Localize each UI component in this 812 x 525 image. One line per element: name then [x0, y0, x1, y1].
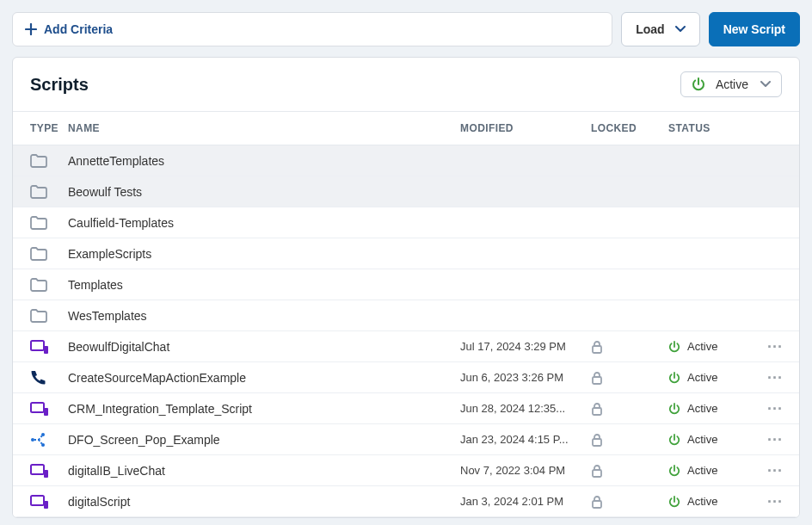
table-row[interactable]: CreateSourceMapActionExampleJun 6, 2023 … — [13, 362, 799, 393]
row-name[interactable]: AnnetteTemplates — [68, 154, 460, 168]
row-name[interactable]: digitalScript — [68, 495, 460, 509]
row-name[interactable]: BeowulfDigitalChat — [68, 340, 460, 354]
row-status: Active — [668, 433, 751, 446]
row-name[interactable]: Caulfield-Templates — [68, 216, 460, 230]
row-status: Active — [668, 402, 751, 415]
screen-mobile-icon — [13, 401, 68, 417]
svg-rect-14 — [31, 496, 44, 505]
col-header-modified[interactable]: MODIFIED — [460, 122, 591, 134]
screen-mobile-icon — [13, 463, 68, 479]
table-row[interactable]: BeowulfDigitalChatJul 17, 2024 3:29 PMAc… — [13, 331, 799, 362]
row-modified: Jun 6, 2023 3:26 PM — [460, 371, 591, 384]
row-name[interactable]: ExampleScripts — [68, 247, 460, 261]
row-status: Active — [668, 371, 751, 384]
status-label: Active — [687, 340, 717, 353]
status-label: Active — [687, 402, 717, 415]
lock-icon — [591, 402, 668, 416]
folder-icon — [13, 185, 68, 199]
power-icon — [692, 77, 705, 91]
power-icon — [668, 403, 680, 415]
row-name[interactable]: WesTemplates — [68, 309, 460, 323]
col-header-type[interactable]: TYPE — [13, 122, 68, 134]
lock-icon — [591, 371, 668, 385]
row-modified: Jun 28, 2024 12:35... — [460, 402, 591, 415]
phone-icon — [13, 370, 68, 386]
svg-rect-4 — [31, 403, 44, 412]
panel-header: Scripts Active — [13, 58, 799, 111]
omni-icon — [13, 432, 68, 448]
scripts-panel: Scripts Active TYPE NAME MODIFIED LOCKED… — [12, 57, 800, 518]
screen-mobile-icon — [13, 339, 68, 355]
row-name[interactable]: Templates — [68, 278, 460, 292]
col-header-status[interactable]: STATUS — [668, 122, 751, 134]
new-script-button[interactable]: New Script — [709, 12, 800, 46]
table-row[interactable]: Beowulf Tests — [13, 176, 799, 207]
status-label: Active — [687, 371, 717, 384]
svg-rect-16 — [593, 501, 601, 508]
chevron-down-icon — [675, 26, 686, 33]
svg-rect-0 — [31, 341, 44, 350]
svg-rect-2 — [593, 346, 601, 353]
svg-rect-5 — [44, 408, 48, 416]
svg-rect-12 — [44, 470, 48, 478]
table-row[interactable]: digitalScriptJan 3, 2024 2:01 PMActive··… — [13, 486, 799, 517]
svg-rect-15 — [44, 501, 48, 509]
load-label: Load — [636, 22, 664, 36]
table-row[interactable]: AnnetteTemplates — [13, 145, 799, 176]
folder-icon — [13, 309, 68, 323]
table-row[interactable]: ExampleScripts — [13, 238, 799, 269]
row-modified: Jul 17, 2024 3:29 PM — [460, 340, 591, 353]
svg-rect-1 — [44, 346, 48, 354]
row-modified: Jan 23, 2024 4:15 P... — [460, 433, 591, 446]
table-row[interactable]: Templates — [13, 269, 799, 300]
add-criteria-label: Add Criteria — [44, 22, 113, 36]
row-status: Active — [668, 464, 751, 477]
top-toolbar: Add Criteria Load New Script — [12, 12, 800, 46]
table-body: AnnetteTemplatesBeowulf TestsCaulfield-T… — [13, 145, 799, 517]
col-header-locked[interactable]: LOCKED — [591, 122, 668, 134]
svg-rect-6 — [593, 408, 601, 415]
status-label: Active — [687, 433, 717, 446]
row-modified: Jan 3, 2024 2:01 PM — [460, 495, 591, 508]
lock-icon — [591, 464, 668, 478]
folder-icon — [13, 154, 68, 168]
row-name[interactable]: digitalIB_LiveChat — [68, 464, 460, 478]
row-name[interactable]: CreateSourceMapActionExample — [68, 371, 460, 385]
power-icon — [668, 372, 680, 384]
svg-rect-3 — [593, 377, 601, 384]
row-name[interactable]: Beowulf Tests — [68, 185, 460, 199]
row-status: Active — [668, 495, 751, 508]
status-filter-dropdown[interactable]: Active — [680, 71, 782, 97]
load-button[interactable]: Load — [621, 12, 699, 46]
new-script-label: New Script — [723, 22, 785, 36]
status-label: Active — [687, 495, 717, 508]
power-icon — [668, 465, 680, 477]
svg-point-7 — [31, 438, 34, 442]
plus-icon — [25, 23, 37, 35]
power-icon — [668, 434, 680, 446]
folder-icon — [13, 216, 68, 230]
table-row[interactable]: digitalIB_LiveChatNov 7, 2022 3:04 PMAct… — [13, 455, 799, 486]
row-name[interactable]: CRM_Integration_Template_Script — [68, 402, 460, 416]
criteria-bar: Add Criteria — [12, 12, 612, 46]
svg-rect-13 — [593, 470, 601, 477]
table-header: TYPE NAME MODIFIED LOCKED STATUS — [13, 111, 799, 145]
lock-icon — [591, 340, 668, 354]
table-row[interactable]: DFO_Screen_Pop_ExampleJan 23, 2024 4:15 … — [13, 424, 799, 455]
table-row[interactable]: Caulfield-Templates — [13, 207, 799, 238]
row-status: Active — [668, 340, 751, 353]
page-title: Scripts — [30, 75, 89, 95]
table-row[interactable]: CRM_Integration_Template_ScriptJun 28, 2… — [13, 393, 799, 424]
table-row[interactable]: WesTemplates — [13, 300, 799, 331]
svg-rect-10 — [593, 439, 601, 446]
folder-icon — [13, 278, 68, 292]
add-criteria-button[interactable]: Add Criteria — [25, 22, 113, 36]
power-icon — [668, 341, 680, 353]
status-label: Active — [687, 464, 717, 477]
power-icon — [668, 496, 680, 508]
row-name[interactable]: DFO_Screen_Pop_Example — [68, 433, 460, 447]
col-header-name[interactable]: NAME — [68, 122, 460, 134]
chevron-down-icon — [760, 81, 771, 88]
folder-icon — [13, 247, 68, 261]
lock-icon — [591, 495, 668, 509]
